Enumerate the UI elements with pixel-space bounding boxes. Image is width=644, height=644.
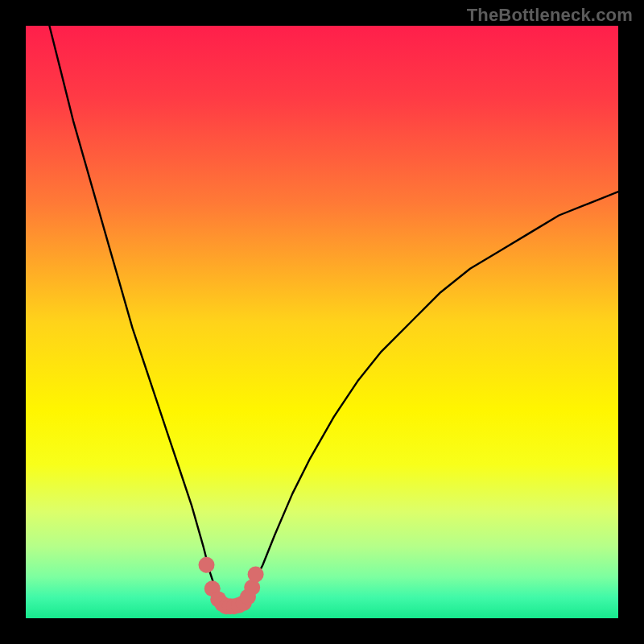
bottleneck-curve: [49, 26, 618, 606]
watermark-text: TheBottleneck.com: [467, 5, 633, 26]
plot-area: [26, 26, 618, 618]
highlight-marker: [248, 567, 264, 583]
highlight-marker: [199, 557, 215, 573]
bottom-highlight-markers: [199, 557, 264, 615]
curve-layer: [26, 26, 618, 618]
chart-frame: TheBottleneck.com: [0, 0, 644, 644]
